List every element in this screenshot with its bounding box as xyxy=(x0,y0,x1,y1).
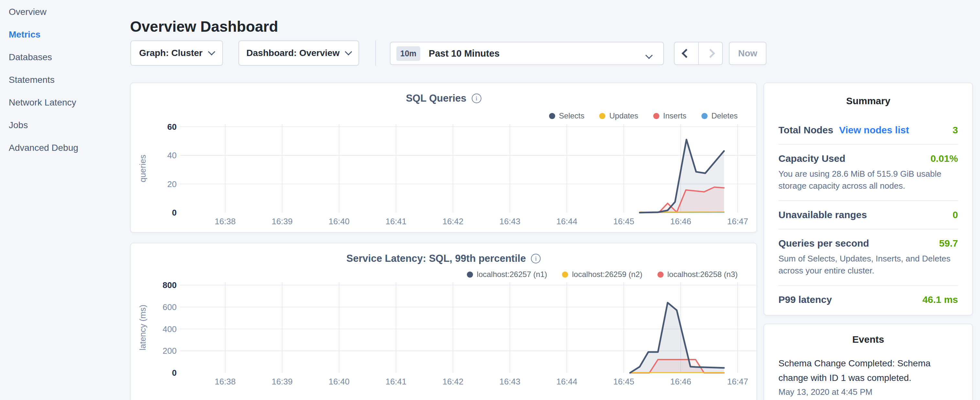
x-axis-tick-label: 16:43 xyxy=(499,217,520,226)
chevron-down-icon xyxy=(646,52,653,59)
sidebar-item-metrics[interactable]: Metrics xyxy=(0,23,129,46)
now-button[interactable]: Now xyxy=(729,42,767,65)
sql-queries-chart: 020406016:3816:3916:4016:4116:4216:4316:… xyxy=(130,83,757,233)
service-latency-chart: 020040060080016:3816:3916:4016:4116:4216… xyxy=(130,243,757,400)
view-nodes-list-link[interactable]: View nodes list xyxy=(839,124,909,135)
summary-row-label: Queries per second xyxy=(778,238,869,249)
chevron-down-icon xyxy=(345,48,352,56)
sidebar-item-jobs[interactable]: Jobs xyxy=(0,114,129,137)
y-axis-tick-label: 800 xyxy=(163,280,177,290)
x-axis-tick-label: 16:38 xyxy=(215,217,235,226)
summary-row-label: P99 latency xyxy=(778,294,832,305)
summary-row-unavailable-ranges: Unavailable ranges0 xyxy=(778,201,958,229)
dashboard-label: Dashboard: Overview xyxy=(247,48,340,58)
summary-row-value: 0.01% xyxy=(931,153,958,164)
summary-row-value: 0 xyxy=(953,209,958,220)
sidebar-item-statements[interactable]: Statements xyxy=(0,69,129,91)
x-axis-tick-label: 16:41 xyxy=(385,377,406,386)
summary-panel: Summary Total NodesView nodes list3Capac… xyxy=(764,83,973,316)
toolbar-divider xyxy=(375,40,376,66)
events-list: Schema Change Completed: Schema change w… xyxy=(778,356,958,397)
x-axis-tick-label: 16:44 xyxy=(556,377,577,386)
summary-rows: Total NodesView nodes list3Capacity Used… xyxy=(778,116,958,314)
step-back-button[interactable] xyxy=(675,42,698,64)
summary-panel-title: Summary xyxy=(778,96,958,107)
x-axis-tick-label: 16:46 xyxy=(670,377,691,386)
events-panel-title: Events xyxy=(778,334,958,345)
chevron-right-icon xyxy=(706,49,715,58)
chevron-left-icon xyxy=(682,49,691,58)
y-axis-tick-label: 0 xyxy=(172,368,177,378)
summary-row-description: Sum of Selects, Updates, Inserts, and De… xyxy=(778,253,958,277)
y-axis-tick-label: 60 xyxy=(167,122,177,132)
summary-row-label: Capacity Used xyxy=(778,153,845,164)
y-axis-title: queries xyxy=(138,155,148,182)
dashboard-dropdown[interactable]: Dashboard: Overview xyxy=(239,40,359,66)
graph-scope-dropdown[interactable]: Graph: Cluster xyxy=(130,40,223,66)
x-axis-tick-label: 16:43 xyxy=(499,377,520,386)
y-axis-tick-label: 600 xyxy=(163,302,177,312)
summary-row-p99-latency: P99 latency46.1 ms xyxy=(778,286,958,314)
sidebar: OverviewMetricsDatabasesStatementsNetwor… xyxy=(0,0,129,400)
y-axis-tick-label: 20 xyxy=(167,179,177,189)
summary-row-queries-per-second: Queries per second59.7Sum of Selects, Up… xyxy=(778,229,958,286)
y-axis-tick-label: 200 xyxy=(163,346,177,356)
x-axis-tick-label: 16:47 xyxy=(727,217,748,226)
event-timestamp: May 13, 2020 at 4:45 PM xyxy=(778,387,958,397)
time-step-buttons xyxy=(674,42,723,65)
events-panel: Events Schema Change Completed: Schema c… xyxy=(764,324,973,400)
x-axis-tick-label: 16:45 xyxy=(613,377,634,386)
y-axis-title: latency (ms) xyxy=(138,304,148,351)
x-axis-tick-label: 16:45 xyxy=(613,217,634,226)
y-axis-tick-label: 0 xyxy=(172,208,177,217)
time-range-dropdown[interactable]: 10m Past 10 Minutes xyxy=(390,42,664,65)
summary-row-label: Total Nodes xyxy=(778,124,833,135)
page-title: Overview Dashboard xyxy=(130,18,278,35)
x-axis-tick-label: 16:46 xyxy=(670,217,691,226)
x-axis-tick-label: 16:38 xyxy=(215,377,235,386)
x-axis-tick-label: 16:42 xyxy=(442,217,463,226)
summary-row-value: 3 xyxy=(953,124,958,135)
sidebar-item-advanced-debug[interactable]: Advanced Debug xyxy=(0,137,129,159)
time-range-label: Past 10 Minutes xyxy=(429,48,500,59)
x-axis-tick-label: 16:39 xyxy=(272,217,293,226)
time-range-badge: 10m xyxy=(396,46,420,61)
event-text: Schema Change Completed: Schema change w… xyxy=(778,356,958,385)
x-axis-tick-label: 16:39 xyxy=(272,377,293,386)
x-axis-tick-label: 16:41 xyxy=(385,217,406,226)
x-axis-tick-label: 16:40 xyxy=(328,377,349,386)
sidebar-nav-list: OverviewMetricsDatabasesStatementsNetwor… xyxy=(0,0,129,159)
graph-scope-label: Graph: Cluster xyxy=(139,48,202,58)
summary-row-value: 46.1 ms xyxy=(923,294,958,305)
y-axis-tick-label: 40 xyxy=(167,150,177,160)
series-area-Selects xyxy=(640,139,724,213)
x-axis-tick-label: 16:47 xyxy=(727,377,748,386)
summary-row-label: Unavailable ranges xyxy=(778,209,867,220)
summary-row-capacity-used: Capacity Used0.01%You are using 28.6 MiB… xyxy=(778,145,958,201)
summary-row-value: 59.7 xyxy=(939,238,958,249)
x-axis-tick-label: 16:42 xyxy=(442,377,463,386)
summary-row-total-nodes: Total NodesView nodes list3 xyxy=(778,116,958,145)
x-axis-tick-label: 16:40 xyxy=(328,217,349,226)
sidebar-item-databases[interactable]: Databases xyxy=(0,46,129,69)
summary-row-description: You are using 28.6 MiB of 515.9 GiB usab… xyxy=(778,168,958,192)
chevron-down-icon xyxy=(208,48,215,56)
sidebar-item-overview[interactable]: Overview xyxy=(0,1,129,23)
y-axis-tick-label: 400 xyxy=(163,324,177,334)
step-forward-button[interactable] xyxy=(699,42,722,64)
x-axis-tick-label: 16:44 xyxy=(556,217,577,226)
sidebar-item-network-latency[interactable]: Network Latency xyxy=(0,91,129,114)
